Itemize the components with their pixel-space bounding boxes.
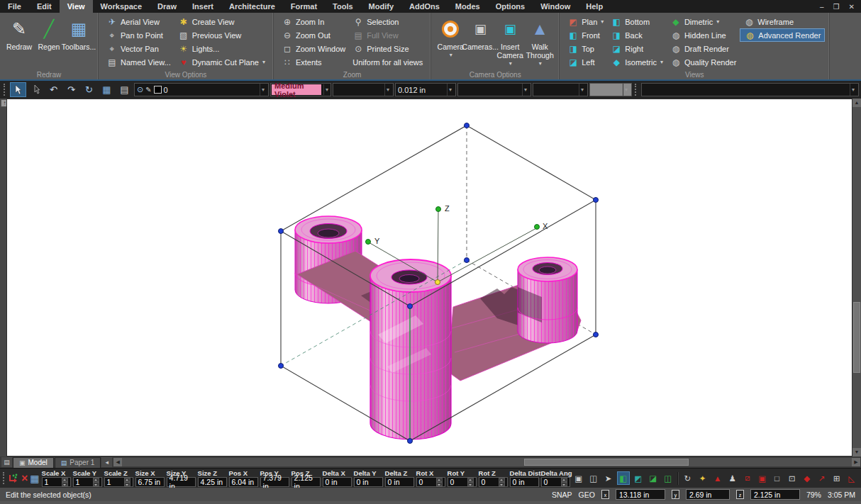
delta-dist-field[interactable]: Delta Dist. 0 in <box>510 469 539 487</box>
hidden-line-button[interactable]: ◍ Hidden Line <box>667 28 740 42</box>
no-fill-frame-tool[interactable]: ⧄ <box>741 471 754 485</box>
size-x-field[interactable]: Size X 6.75 in <box>135 469 165 487</box>
previous-view-button[interactable]: ▧ Previous View <box>174 28 269 42</box>
rot-x-field[interactable]: Rot X 0 <box>416 469 445 487</box>
top-view-button[interactable]: ◨ Top <box>564 42 607 55</box>
model-view-scene[interactable]: Z X Y <box>7 99 852 456</box>
x-coordinate-field[interactable]: 13.118 in <box>616 489 665 500</box>
render-view-tool[interactable]: ▣ <box>572 471 585 485</box>
spinner[interactable] <box>561 478 567 486</box>
walk-through-button[interactable]: ▲ Walk Through ▾ <box>525 15 555 67</box>
pen-pattern-combo[interactable]: ▾ <box>333 83 394 96</box>
menu-architecture[interactable]: Architecture <box>221 0 283 13</box>
tab-scroll-left-button[interactable]: ◂ <box>101 457 112 467</box>
draw-order-front-tool[interactable]: ◧ <box>617 471 630 485</box>
chevron-down-icon[interactable]: ▾ <box>447 84 453 96</box>
size-y-field[interactable]: Size Y 4.719 in <box>167 469 196 487</box>
printed-size-button[interactable]: ⊙ Printed Size <box>349 42 426 55</box>
render-settings-tool[interactable]: ◫ <box>587 471 600 485</box>
back-view-button[interactable]: ◨ Back <box>607 28 667 42</box>
delta-y-field[interactable]: Delta Y 0 in <box>354 469 383 487</box>
menu-addons[interactable]: AddOns <box>401 0 448 13</box>
selector-2d-button[interactable]: ▦ <box>99 82 115 97</box>
scroll-down-button[interactable]: ▼ <box>852 448 861 457</box>
restore-icon[interactable]: ❒ <box>833 3 840 11</box>
modify-tool[interactable]: ✦ <box>696 471 709 485</box>
frame-extents-tool[interactable]: ⊡ <box>786 471 799 485</box>
menu-insert[interactable]: Insert <box>184 0 221 13</box>
zoom-window-button[interactable]: ◻ Zoom Window <box>278 42 349 55</box>
draft-render-button[interactable]: ◍ Draft Render <box>667 42 740 55</box>
menu-format[interactable]: Format <box>283 0 325 13</box>
rot-z-field[interactable]: Rot Z 0 <box>479 469 508 487</box>
chevron-down-icon[interactable]: ▾ <box>623 84 629 96</box>
chevron-down-icon[interactable]: ▾ <box>260 84 266 96</box>
draw-order-back-tool[interactable]: ◩ <box>632 471 645 485</box>
menu-help[interactable]: Help <box>578 0 611 13</box>
insert-camera-button[interactable]: ▣ Insert Camera ▾ <box>495 15 525 67</box>
layer-editable-icon[interactable]: ✎ <box>145 86 151 94</box>
draw-order-backward-tool[interactable]: ◫ <box>662 471 674 485</box>
model-right-cylinder[interactable] <box>518 257 577 343</box>
minimize-icon[interactable]: – <box>820 3 824 11</box>
reference-point-handle[interactable] <box>435 280 440 285</box>
delta-ang-field[interactable]: Delta Ang 0 <box>541 469 570 487</box>
chevron-down-icon[interactable]: ▾ <box>579 84 585 96</box>
line-width-combo[interactable]: 0.012 in ▾ <box>395 83 456 96</box>
draw-order-forward-tool[interactable]: ◪ <box>647 471 660 485</box>
extents-button[interactable]: ∷ Extents <box>278 55 349 69</box>
lights-button[interactable]: ☀ Lights... <box>174 42 269 55</box>
select-tool-button[interactable] <box>10 82 26 97</box>
close-icon[interactable]: ✕ <box>849 3 855 11</box>
wireframe-button[interactable]: ◍ Wireframe <box>740 15 825 28</box>
scale-z-field[interactable]: Scale Z 1 <box>104 469 133 487</box>
redraw-button[interactable]: ✎ Redraw <box>4 15 34 51</box>
z-coordinate-field[interactable]: 2.125 in <box>750 489 800 500</box>
menu-file[interactable]: File <box>0 0 29 13</box>
horizontal-scroll-thumb[interactable] <box>524 459 689 466</box>
pos-z-field[interactable]: Pos Z 2.125 in <box>291 469 321 487</box>
menu-tools[interactable]: Tools <box>325 0 361 13</box>
menu-window[interactable]: Window <box>533 0 578 13</box>
vertical-scrollbar[interactable]: ▲ ▼ <box>852 99 861 457</box>
quality-render-button[interactable]: ◍ Quality Render <box>667 55 740 69</box>
print-style-button[interactable]: ▤ <box>116 82 133 97</box>
brush-color-combo[interactable]: ▾ <box>589 83 632 96</box>
plan-view-button[interactable]: ◩ Plan ▾ <box>564 15 607 28</box>
right-view-button[interactable]: ◪ Right <box>607 42 667 55</box>
add-frame-tool[interactable]: ⊞ <box>831 471 843 485</box>
y-axis-handle[interactable] <box>366 240 371 245</box>
aerial-view-button[interactable]: ✈ Aerial View <box>103 15 174 28</box>
toolbar-drag-handle[interactable] <box>4 84 7 96</box>
pos-y-field[interactable]: Pos Y 7.379 in <box>260 469 289 487</box>
bottom-view-button[interactable]: ◧ Bottom <box>607 15 667 28</box>
size-z-field[interactable]: Size Z 4.25 in <box>198 469 227 487</box>
menu-options[interactable]: Options <box>488 0 533 13</box>
fill-frame-tool[interactable]: ▣ <box>756 471 769 485</box>
scroll-up-button[interactable]: ▲ <box>852 99 861 107</box>
spinner[interactable] <box>124 478 130 486</box>
frame-tool[interactable]: □ <box>771 471 784 485</box>
left-view-button[interactable]: ◪ Left <box>564 55 607 69</box>
model-central-cylinder[interactable] <box>370 259 451 439</box>
spinner[interactable] <box>499 478 505 486</box>
text-style-combo[interactable]: ▾ <box>641 83 859 96</box>
measure-tool[interactable]: ◺ <box>845 471 858 485</box>
tab-paper-1[interactable]: ▤ Paper 1 <box>55 457 101 468</box>
zoom-in-button[interactable]: ⊕ Zoom In <box>278 15 349 28</box>
z-axis-handle[interactable] <box>436 207 441 212</box>
scroll-right-button[interactable]: ▶ <box>852 458 860 466</box>
degenerate-faces-tool[interactable]: ▲ <box>711 471 724 485</box>
spinner[interactable] <box>62 478 68 486</box>
zoom-out-button[interactable]: ⊖ Zoom Out <box>278 28 349 42</box>
vertical-scroll-thumb[interactable] <box>853 302 860 373</box>
dimetric-view-button[interactable]: ◆ Dimetric ▾ <box>667 15 740 28</box>
layer-visible-icon[interactable]: ⊙ <box>137 85 143 94</box>
shape-tool[interactable]: ◆ <box>801 471 813 485</box>
camera-button[interactable]: Camera ▾ <box>435 15 465 67</box>
x-axis-handle[interactable] <box>535 225 540 230</box>
tab-list-button[interactable]: ▤ <box>1 457 12 467</box>
node-edit-tool-button[interactable] <box>28 82 44 97</box>
y-coordinate-field[interactable]: 2.69 in <box>686 489 730 500</box>
assembly-tool[interactable]: ♟ <box>726 471 739 485</box>
